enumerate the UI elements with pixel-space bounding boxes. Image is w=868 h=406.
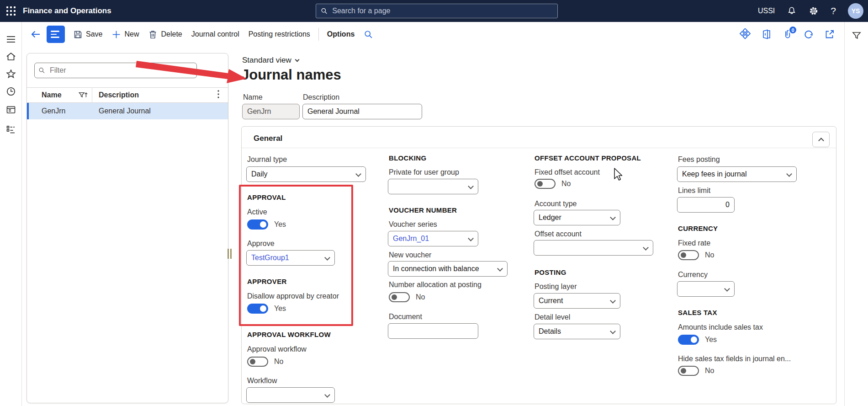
name-field[interactable] <box>242 104 300 119</box>
nav-menu-hamburger-icon[interactable] <box>5 34 16 45</box>
table-row-genjrn[interactable]: GenJrn General Journal <box>27 103 228 119</box>
document-input[interactable] <box>388 323 478 339</box>
new-voucher-label: New voucher <box>389 251 431 259</box>
navigation-rail <box>0 22 22 406</box>
posting-section-header: POSTING <box>535 268 566 276</box>
number-allocation-toggle[interactable] <box>389 292 410 302</box>
lines-limit-input[interactable] <box>677 197 735 213</box>
hide-sales-tax-label: Hide sales tax fields in journal en... <box>678 355 791 363</box>
fixed-rate-toggle[interactable] <box>678 250 699 260</box>
panel-splitter-handle[interactable] <box>228 249 233 259</box>
recent-clock-icon[interactable] <box>5 86 16 97</box>
fixed-offset-state: No <box>561 180 571 188</box>
disallow-approval-toggle[interactable] <box>247 304 268 314</box>
command-bar-right-icons: 0 <box>739 28 838 40</box>
active-label: Active <box>247 208 267 216</box>
settings-gear-icon[interactable] <box>809 6 819 16</box>
filter-sort-icon[interactable] <box>78 91 88 102</box>
open-in-office-icon[interactable] <box>761 29 772 40</box>
number-allocation-label: Number allocation at posting <box>389 281 482 289</box>
new-voucher-select[interactable]: In connection with balance <box>388 261 508 277</box>
save-label: Save <box>86 30 102 38</box>
modules-list-icon[interactable] <box>5 124 16 135</box>
fixed-rate-label: Fixed rate <box>678 239 710 247</box>
column-header-description[interactable]: Description <box>99 88 139 102</box>
chevron-down-icon <box>643 245 649 251</box>
disallow-toggle-row: Yes <box>247 303 286 314</box>
chevron-down-icon <box>610 214 616 220</box>
options-menu-button[interactable]: Options <box>323 27 359 41</box>
currency-label: Currency <box>678 271 708 279</box>
new-voucher-value: In connection with balance <box>393 265 479 273</box>
save-floppy-icon <box>73 30 83 39</box>
command-search-icon[interactable] <box>359 27 378 42</box>
environment-selector[interactable]: USSI <box>758 7 775 15</box>
general-column-1: Journal type Daily APPROVAL Active Yes A… <box>246 127 383 404</box>
posting-layer-label: Posting layer <box>535 283 577 291</box>
list-filter-input[interactable] <box>49 66 193 75</box>
posting-restrictions-button[interactable]: Posting restrictions <box>244 27 315 41</box>
fees-posting-select[interactable]: Keep fees in journal <box>677 166 797 182</box>
new-button[interactable]: New <box>107 27 143 42</box>
fees-posting-label: Fees posting <box>678 155 720 164</box>
currency-select[interactable] <box>677 281 735 297</box>
approval-workflow-label: Approval workflow <box>247 345 307 353</box>
approval-workflow-section-header: APPROVAL WORKFLOW <box>247 331 331 338</box>
topbar-right-controls: USSI ? YS <box>758 0 863 22</box>
hide-sales-tax-toggle[interactable] <box>678 366 699 376</box>
name-header-label: Name <box>42 91 62 99</box>
workflow-select[interactable] <box>246 387 335 403</box>
options-label: Options <box>327 30 355 38</box>
approval-workflow-toggle[interactable] <box>247 357 268 367</box>
number-allocation-state: No <box>416 293 425 301</box>
approve-value: TestGroup1 <box>251 254 289 262</box>
home-icon[interactable] <box>5 51 16 62</box>
offset-account-select[interactable] <box>534 240 653 256</box>
view-selector[interactable]: Standard view <box>242 56 299 65</box>
description-field[interactable] <box>302 104 422 119</box>
detail-level-value: Details <box>539 327 561 336</box>
column-header-name[interactable]: Name <box>42 88 62 102</box>
attachments-paperclip-icon[interactable]: 0 <box>782 29 793 40</box>
active-toggle[interactable] <box>247 219 268 230</box>
page-search-input[interactable] <box>331 6 553 16</box>
journal-type-select[interactable]: Daily <box>246 166 366 182</box>
list-filter-field[interactable] <box>34 63 197 78</box>
amounts-include-state: Yes <box>705 336 717 344</box>
help-icon[interactable]: ? <box>831 5 836 16</box>
page-search-box[interactable] <box>316 4 558 18</box>
notifications-bell-icon[interactable] <box>787 6 797 16</box>
app-launcher-waffle-icon[interactable] <box>0 0 22 22</box>
user-avatar[interactable]: YS <box>848 3 863 19</box>
save-button[interactable]: Save <box>69 27 107 42</box>
private-group-select[interactable] <box>388 179 478 194</box>
voucher-series-label: Voucher series <box>389 220 437 229</box>
collapse-section-button[interactable] <box>812 132 830 147</box>
back-button[interactable] <box>26 26 45 43</box>
filter-funnel-icon[interactable] <box>851 30 862 41</box>
fixed-offset-toggle[interactable] <box>535 179 556 189</box>
show-list-button[interactable] <box>47 26 65 43</box>
sales-tax-section-header: SALES TAX <box>678 309 717 316</box>
currency-section-header: CURRENCY <box>678 224 718 232</box>
approve-select[interactable]: TestGroup1 <box>246 250 335 266</box>
personalize-diamond-icon[interactable] <box>739 28 751 40</box>
fixed-offset-toggle-row: No <box>535 178 571 189</box>
open-in-new-window-icon[interactable] <box>824 29 835 40</box>
favorites-star-icon[interactable] <box>5 69 16 80</box>
journal-control-button[interactable]: Journal control <box>187 27 244 41</box>
account-type-select[interactable]: Ledger <box>534 210 620 225</box>
private-group-label: Private for user group <box>389 168 459 176</box>
refresh-icon[interactable] <box>803 29 814 40</box>
amounts-include-toggle[interactable] <box>678 335 699 345</box>
row-description-cell: General Journal <box>99 103 151 119</box>
command-bar: Save New Delete Journal control Posting … <box>22 22 844 47</box>
list-more-options-icon[interactable] <box>217 89 220 101</box>
posting-layer-select[interactable]: Current <box>534 293 620 309</box>
chevron-down-icon <box>610 328 616 334</box>
voucher-series-select[interactable]: GenJrn_01 <box>388 231 478 246</box>
delete-button[interactable]: Delete <box>143 27 186 42</box>
general-column-2: BLOCKING Private for user group VOUCHER … <box>388 127 525 404</box>
detail-level-select[interactable]: Details <box>534 324 620 339</box>
workspaces-window-icon[interactable] <box>5 104 16 115</box>
